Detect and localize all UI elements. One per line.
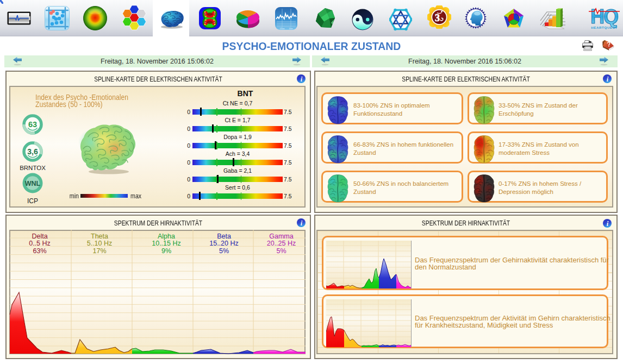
svg-text:i: i	[301, 76, 303, 83]
svg-text:ICP: ICP	[27, 197, 38, 205]
svg-text:3,6: 3,6	[27, 147, 38, 156]
svg-text:i: i	[607, 76, 609, 83]
svg-text:HEARTQUEST: HEARTQUEST	[591, 26, 618, 29]
svg-text:i: i	[607, 220, 609, 228]
svg-text:2am: 2am	[289, 28, 293, 30]
svg-text:12am: 12am	[280, 28, 285, 30]
svg-text:WNL: WNL	[25, 180, 41, 187]
svg-text:i: i	[301, 219, 303, 227]
svg-text:BRNTOX: BRNTOX	[20, 165, 46, 171]
svg-text:3: 3	[435, 12, 440, 23]
svg-text:63: 63	[28, 120, 37, 129]
